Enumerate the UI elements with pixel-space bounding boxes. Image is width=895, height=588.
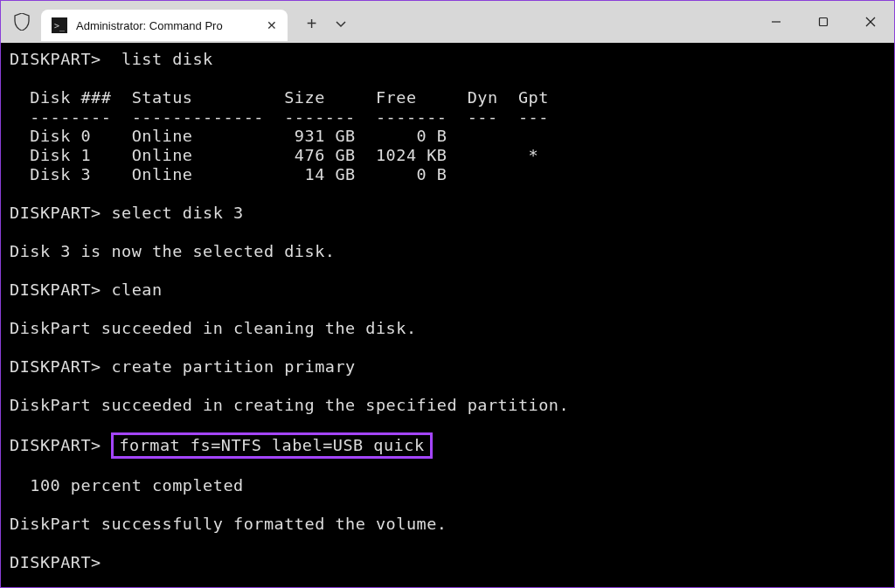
terminal-line: DISKPART> clean	[10, 280, 885, 300]
terminal-line	[10, 184, 885, 204]
tab-title: Administrator: Command Pro	[76, 19, 223, 32]
terminal-line	[10, 415, 885, 434]
maximize-button[interactable]	[800, 1, 847, 43]
terminal-area[interactable]: DISKPART> list disk Disk ### Status Size…	[1, 43, 894, 588]
terminal-line: Disk 3 is now the selected disk.	[10, 242, 885, 261]
terminal-line: DISKPART> list disk	[10, 50, 885, 69]
terminal-line	[10, 223, 885, 242]
titlebar: >_ Administrator: Command Pro ✕ +	[1, 1, 894, 43]
shield-icon	[13, 13, 31, 31]
terminal-line	[10, 495, 885, 515]
close-tab-icon[interactable]: ✕	[267, 18, 277, 32]
terminal-line	[10, 534, 885, 553]
terminal-line	[10, 338, 885, 357]
terminal-line	[10, 377, 885, 396]
terminal-icon: >_	[52, 17, 67, 33]
terminal-line: Disk 1 Online 476 GB 1024 KB *	[10, 146, 885, 165]
close-window-button[interactable]	[847, 1, 894, 43]
terminal-line: Disk 0 Online 931 GB 0 B	[10, 127, 885, 146]
terminal-line: Disk 3 Online 14 GB 0 B	[10, 165, 885, 184]
terminal-line	[10, 261, 885, 280]
terminal-line: DiskPart successfully formatted the volu…	[10, 515, 885, 534]
terminal-line	[10, 300, 885, 319]
minimize-button[interactable]	[753, 1, 800, 43]
svg-rect-1	[820, 18, 828, 26]
terminal-line	[10, 457, 885, 476]
terminal-line: DISKPART>	[10, 553, 885, 572]
terminal-line: DiskPart succeeded in cleaning the disk.	[10, 319, 885, 338]
window-controls	[753, 1, 894, 43]
highlighted-command: format fs=NTFS label=USB quick	[111, 432, 432, 459]
terminal-line: -------- ------------- ------- ------- -…	[10, 107, 885, 127]
new-tab-button[interactable]: +	[307, 14, 317, 34]
terminal-line	[10, 69, 885, 88]
terminal-line: DiskPart succeeded in creating the speci…	[10, 396, 885, 415]
terminal-line: DISKPART> create partition primary	[10, 357, 885, 377]
terminal-line: DISKPART> select disk 3	[10, 204, 885, 223]
tab-dropdown-icon[interactable]	[336, 18, 346, 31]
terminal-line: Disk ### Status Size Free Dyn Gpt	[10, 88, 885, 107]
terminal-line: DISKPART> format fs=NTFS label=USB quick	[10, 434, 885, 457]
tab-active[interactable]: >_ Administrator: Command Pro ✕	[41, 10, 288, 41]
terminal-line: 100 percent completed	[10, 476, 885, 495]
